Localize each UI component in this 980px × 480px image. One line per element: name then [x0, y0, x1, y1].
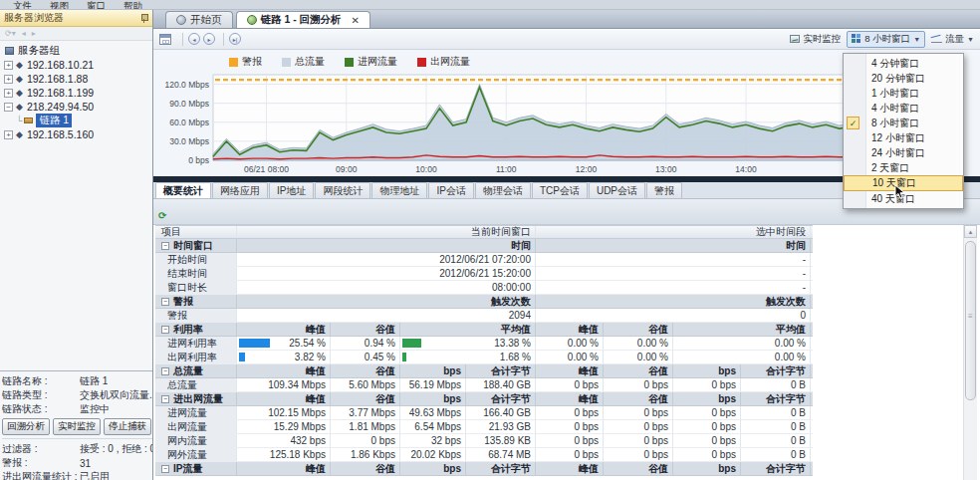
- panel-header: 服务器浏览器: [0, 10, 152, 27]
- header-item[interactable]: 项目: [155, 226, 237, 238]
- tab-start-page[interactable]: 开始页: [165, 11, 233, 28]
- table-row[interactable]: 总流量109.34 Mbps5.60 Mbps56.19 Mbps188.40 …: [155, 378, 813, 392]
- table-row[interactable]: 开始时间2012/06/21 07:20:00-: [155, 253, 813, 267]
- collapse-icon[interactable]: −: [161, 242, 169, 250]
- row-label: 进网流量: [155, 406, 237, 419]
- traffic-type-selector[interactable]: 流量 ▼: [931, 33, 974, 46]
- stats-tab-警报[interactable]: 警报: [646, 182, 682, 198]
- tree-item-server[interactable]: +◆192.168.1.88: [2, 72, 152, 86]
- server-tree: 服务器组+◆192.168.10.21+◆192.168.1.88+◆192.1…: [0, 41, 152, 141]
- table-row[interactable]: 结束时间2012/06/21 15:20:00-: [155, 267, 813, 281]
- cell: 32 bps: [400, 434, 466, 447]
- window-menu-item-4 小时窗口[interactable]: 4 小时窗口: [844, 101, 963, 116]
- collapse-icon[interactable]: −: [161, 326, 169, 334]
- traffic-chart[interactable]: 120.0 Mbps90.0 Mbps60.0 Mbps30.0 Mbps0 b…: [155, 65, 858, 174]
- window-menu-item-4 分钟窗口[interactable]: 4 分钟窗口: [844, 56, 963, 71]
- menu-item-视图[interactable]: 视图: [41, 0, 78, 10]
- svg-text:14:00: 14:00: [735, 164, 757, 174]
- svg-text:10:00: 10:00: [415, 164, 437, 174]
- refresh-icon[interactable]: ⟳: [158, 210, 169, 221]
- row-label: 出网利用率: [155, 351, 237, 363]
- cell: 峰值: [536, 392, 604, 405]
- window-next-button[interactable]: ▸: [203, 33, 215, 45]
- table-row[interactable]: −时间窗口时间时间: [155, 239, 813, 253]
- tree-expander-icon[interactable]: +: [4, 61, 13, 70]
- info-row: 链路类型 :交换机双向流量...: [2, 388, 152, 402]
- cell: 2012/06/21 15:20:00: [237, 267, 536, 280]
- tree-item-server-group[interactable]: 服务器组: [2, 44, 152, 58]
- table-row[interactable]: −总流量峰值谷值bps合计字节峰值谷值bps合计字节: [155, 364, 813, 378]
- tree-item-server[interactable]: +◆192.168.5.160: [2, 127, 152, 141]
- tree-item-server[interactable]: +◆192.168.10.21: [2, 58, 152, 72]
- table-row[interactable]: 窗口时长08:00:00-: [155, 281, 813, 295]
- stats-tab-物理地址[interactable]: 物理地址: [371, 182, 427, 198]
- table-row[interactable]: 警报20940: [155, 309, 813, 323]
- table-row[interactable]: −IP流量峰值谷值bps合计字节峰值谷值bps合计字节: [155, 462, 813, 476]
- pin-icon[interactable]: [139, 14, 148, 23]
- table-header: 项目当前时间窗口选中时间段: [155, 225, 813, 239]
- window-latest-button[interactable]: ▸|: [229, 33, 241, 45]
- time-window-selector[interactable]: 8 小时窗口 ▼: [847, 31, 925, 48]
- scroll-up-icon[interactable]: ▲: [964, 225, 977, 238]
- cell: 08:00:00: [237, 281, 536, 294]
- tree-item-link[interactable]: └链路 1: [2, 114, 152, 127]
- window-prev-button[interactable]: ◂: [188, 33, 200, 45]
- refresh-dropdown-icon[interactable]: ⟳▾: [5, 29, 16, 38]
- table-row[interactable]: 网外流量125.18 Kbps1.86 Kbps20.02 Kbps68.74 …: [155, 448, 813, 462]
- table-row[interactable]: −利用率峰值谷值平均值峰值谷值平均值: [155, 323, 813, 337]
- back-icon[interactable]: ◂: [22, 29, 26, 38]
- tree-expander-icon[interactable]: −: [4, 103, 13, 112]
- window-menu-item-8 小时窗口[interactable]: 8 小时窗口✓: [844, 116, 963, 130]
- tree-item-server[interactable]: +◆192.168.1.199: [2, 86, 152, 100]
- collapse-icon[interactable]: −: [161, 395, 169, 403]
- close-tab-icon[interactable]: ✕: [352, 15, 360, 26]
- svg-text:30.0 Mbps: 30.0 Mbps: [169, 136, 209, 146]
- forward-icon[interactable]: ▸: [32, 29, 36, 38]
- stats-tab-UDP会话[interactable]: UDP会话: [589, 182, 645, 198]
- menu-item-文件[interactable]: 文件: [4, 0, 41, 10]
- collapse-icon[interactable]: −: [161, 367, 169, 375]
- stats-tab-物理会话[interactable]: 物理会话: [475, 182, 531, 198]
- realtime-monitor-toggle[interactable]: 实时监控: [790, 33, 841, 46]
- stats-tab-概要统计[interactable]: 概要统计: [155, 182, 211, 198]
- vertical-scrollbar[interactable]: ▲: [963, 225, 977, 480]
- window-menu-item-2 天窗口[interactable]: 2 天窗口: [844, 160, 963, 175]
- stop-capture-button[interactable]: 停止捕获: [104, 418, 151, 435]
- table-row[interactable]: 进网流量102.15 Mbps3.77 Mbps49.63 Mbps166.40…: [155, 406, 813, 420]
- tree-toolbar: ⟳▾ ◂ ▸: [0, 27, 152, 41]
- menu-item-帮助[interactable]: 帮助: [115, 0, 151, 10]
- table-row[interactable]: 出网流量15.29 Mbps1.81 Mbps6.54 Mbps21.93 GB…: [155, 420, 813, 434]
- table-row[interactable]: 出网利用率3.82 %0.45 %1.68 %0.00 %0.00 %0.00 …: [155, 351, 813, 364]
- window-menu-item-20 分钟窗口[interactable]: 20 分钟窗口: [844, 71, 963, 86]
- cell: bps: [400, 462, 466, 475]
- calendar-icon[interactable]: [159, 34, 171, 45]
- table-row[interactable]: 进网利用率25.54 %0.94 %13.38 %0.00 %0.00 %0.0…: [155, 337, 813, 351]
- tab-link-analysis[interactable]: 链路 1 - 回溯分析✕: [236, 11, 370, 28]
- replay-analysis-button[interactable]: 回溯分析: [2, 418, 50, 435]
- stats-tab-网段统计[interactable]: 网段统计: [315, 182, 370, 198]
- window-menu-item-12 小时窗口[interactable]: 12 小时窗口: [844, 130, 963, 145]
- realtime-monitor-button[interactable]: 实时监控: [53, 418, 101, 435]
- header-current-window[interactable]: 当前时间窗口: [237, 226, 536, 238]
- stats-tab-网络应用[interactable]: 网络应用: [212, 182, 268, 198]
- stats-tab-IP地址[interactable]: IP地址: [269, 182, 314, 198]
- collapse-icon[interactable]: −: [161, 465, 169, 473]
- tree-expander-icon[interactable]: +: [4, 89, 13, 98]
- window-menu-item-24 小时窗口[interactable]: 24 小时窗口: [844, 145, 963, 160]
- panel-title: 服务器浏览器: [4, 11, 139, 25]
- cell: 合计字节: [741, 392, 811, 405]
- collapse-icon[interactable]: −: [161, 298, 169, 306]
- cell: 时间: [536, 239, 811, 252]
- header-selected-period[interactable]: 选中时间段: [536, 226, 811, 238]
- tree-expander-icon[interactable]: +: [4, 130, 13, 139]
- scroll-thumb[interactable]: [965, 241, 976, 400]
- table-row[interactable]: −警报触发次数触发次数: [155, 295, 813, 309]
- stats-tab-IP会话[interactable]: IP会话: [428, 182, 473, 198]
- window-menu-item-1 小时窗口[interactable]: 1 小时窗口: [844, 86, 963, 101]
- menu-item-窗口[interactable]: 窗口: [78, 0, 115, 10]
- table-row[interactable]: 网内流量432 bps0 bps32 bps135.89 KB0 bps0 bp…: [155, 434, 813, 448]
- tree-expander-icon[interactable]: +: [4, 75, 13, 84]
- table-row[interactable]: −进出网流量峰值谷值bps合计字节峰值谷值bps合计字节: [155, 392, 813, 406]
- stats-tab-TCP会话[interactable]: TCP会话: [532, 182, 588, 198]
- tree-item-server[interactable]: −◆218.249.94.50: [2, 100, 152, 114]
